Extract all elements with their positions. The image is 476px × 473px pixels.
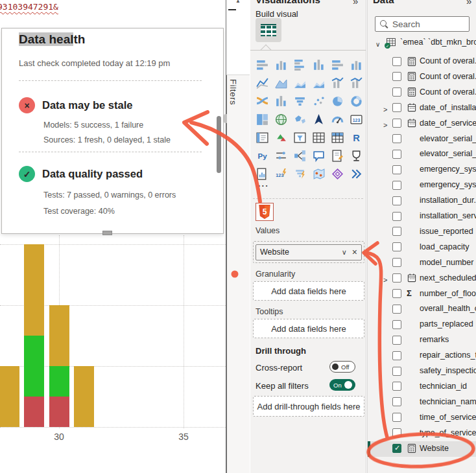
stacked-bar-x31[interactable]	[74, 366, 94, 427]
scatter-chart-icon[interactable]	[311, 93, 326, 109]
visual-resize-handle[interactable]	[102, 231, 112, 235]
tooltips-well[interactable]: Add data fields here	[253, 319, 364, 338]
map-icon[interactable]	[273, 111, 289, 127]
clustered-column-chart-icon[interactable]	[311, 57, 326, 73]
field-checkbox[interactable]	[392, 289, 401, 298]
field-row-technician-name[interactable]: technician_name	[368, 395, 476, 410]
filters-pane-label[interactable]: Filters	[228, 79, 238, 105]
field-checkbox[interactable]	[392, 150, 401, 159]
clustered-bar-chart-icon[interactable]	[292, 57, 307, 73]
field-checkbox[interactable]	[392, 119, 401, 128]
100-stacked-area-chart-icon[interactable]	[311, 75, 326, 91]
line-and-stacked-column-chart-icon[interactable]	[329, 75, 345, 91]
tooltip-scrollbar[interactable]	[217, 116, 221, 173]
field-row-website[interactable]: Website	[368, 441, 476, 457]
field-row-next-scheduled[interactable]: next_scheduled...	[368, 271, 476, 286]
stacked-area-chart-icon[interactable]	[292, 75, 307, 91]
chevron-right-icon[interactable]	[383, 273, 387, 285]
field-row-type-of-service[interactable]: type_of_service	[368, 426, 476, 441]
new-slicer-icon[interactable]	[273, 148, 289, 163]
field-row-remarks[interactable]: remarks	[368, 332, 476, 348]
metrics-icon[interactable]	[348, 148, 364, 163]
field-checkbox[interactable]	[392, 134, 401, 143]
gold-segment[interactable]	[74, 366, 94, 427]
field-checkbox[interactable]	[392, 336, 401, 345]
field-row-count-of-overal[interactable]: Count of overal...	[368, 54, 476, 69]
red-segment[interactable]	[24, 397, 44, 427]
field-row-count-of-overal[interactable]: Count of overal...	[368, 85, 476, 100]
area-chart-icon[interactable]	[273, 75, 289, 91]
donut-chart-icon[interactable]	[348, 93, 364, 109]
gauge-icon[interactable]	[329, 111, 345, 127]
field-row-technician-id[interactable]: technician_id	[368, 379, 476, 395]
line-and-clustered-column-chart-icon[interactable]	[348, 75, 364, 91]
html-content-visual-icon[interactable]: 5	[256, 203, 274, 221]
funnel-chart-icon[interactable]	[292, 93, 307, 109]
field-row-overall-health-c[interactable]: overall_health_c...	[368, 301, 476, 317]
field-checkbox[interactable]	[392, 382, 401, 391]
stacked-bar-x28[interactable]	[0, 366, 19, 427]
field-row-parts-replaced[interactable]: parts_replaced	[368, 317, 476, 332]
field-checkbox[interactable]	[392, 258, 401, 267]
r-script-visual-icon[interactable]	[348, 130, 364, 145]
decomposition-tree-icon[interactable]	[292, 148, 307, 163]
power-apps-icon[interactable]	[273, 166, 289, 181]
field-row-elevator-serial[interactable]: elevator_serial_...	[368, 146, 476, 162]
matrix-icon[interactable]	[329, 130, 345, 145]
qa-visual-icon[interactable]	[311, 148, 326, 163]
field-row-safety-inspectio[interactable]: safety_inspectio...	[368, 363, 476, 379]
100-stacked-column-chart-icon[interactable]	[348, 57, 364, 73]
field-checkbox[interactable]	[392, 351, 401, 360]
field-checkbox[interactable]	[392, 165, 401, 174]
field-checkbox[interactable]	[392, 428, 401, 437]
field-row-emergency-syst[interactable]: emergency_syst...	[368, 162, 476, 178]
table-tree-root[interactable]: ✓ `emea` `dbt_mkn_bron...	[368, 36, 476, 50]
field-row-emergency-syst[interactable]: emergency_syst...	[368, 178, 476, 193]
power-automate-trigger-icon[interactable]	[292, 166, 307, 181]
collapse-panel-icon[interactable]	[466, 0, 471, 7]
field-checkbox[interactable]	[392, 242, 401, 251]
field-checkbox[interactable]	[392, 397, 401, 406]
field-checkbox[interactable]	[392, 305, 401, 314]
field-row-issue-reported[interactable]: issue_reported	[368, 224, 476, 240]
field-row-load-capacity[interactable]: load_capacity	[368, 240, 476, 255]
remove-field-icon[interactable]	[352, 247, 357, 257]
custom-visual-icon[interactable]	[329, 166, 345, 181]
green-segment[interactable]	[49, 366, 69, 397]
stacked-bar-x29[interactable]	[24, 244, 44, 427]
minimize-icon[interactable]	[228, 9, 236, 10]
line-chart-icon[interactable]	[254, 75, 270, 91]
card-icon[interactable]	[348, 111, 364, 127]
more-visuals-button[interactable]: ...	[258, 179, 269, 189]
website-field-pill[interactable]: Website	[256, 244, 362, 260]
field-row-date-of-installa[interactable]: date_of_installa...	[368, 100, 476, 116]
field-checkbox[interactable]	[392, 196, 401, 205]
field-checkbox[interactable]	[392, 273, 401, 283]
100-stacked-bar-chart-icon[interactable]	[329, 57, 345, 73]
field-row-installation-serv[interactable]: installation_serv...	[368, 209, 476, 224]
field-row-time-of-service[interactable]: time_of_service	[368, 410, 476, 426]
multi-row-card-icon[interactable]	[254, 130, 270, 145]
stacked-bar-chart-icon[interactable]	[254, 57, 270, 73]
ribbon-chart-icon[interactable]	[254, 93, 270, 109]
pie-chart-icon[interactable]	[329, 93, 345, 109]
granularity-well[interactable]: Add data fields here	[253, 281, 364, 301]
azure-map-icon[interactable]	[311, 111, 326, 127]
field-row-model-number[interactable]: model_number	[368, 255, 476, 271]
treemap-icon[interactable]	[254, 111, 270, 127]
field-checkbox[interactable]	[392, 181, 401, 190]
field-checkbox[interactable]	[392, 57, 401, 66]
gold-segment[interactable]	[24, 244, 44, 336]
tab-format-visual[interactable]	[297, 22, 319, 41]
field-checkbox[interactable]	[392, 72, 401, 81]
stacked-column-chart-visual[interactable]: 3035	[0, 235, 226, 473]
field-row-installation-dur[interactable]: installation_dur...	[368, 193, 476, 209]
chevron-down-icon[interactable]	[342, 248, 347, 257]
filled-map-icon[interactable]	[292, 111, 307, 127]
arcgis-map-icon[interactable]	[311, 166, 326, 181]
smart-narrative-icon[interactable]	[329, 148, 345, 163]
field-row-repair-actions-t[interactable]: repair_actions_t...	[368, 348, 476, 363]
gold-segment[interactable]	[49, 305, 69, 366]
tab-build-visual[interactable]	[256, 18, 281, 42]
field-checkbox[interactable]	[392, 103, 401, 112]
